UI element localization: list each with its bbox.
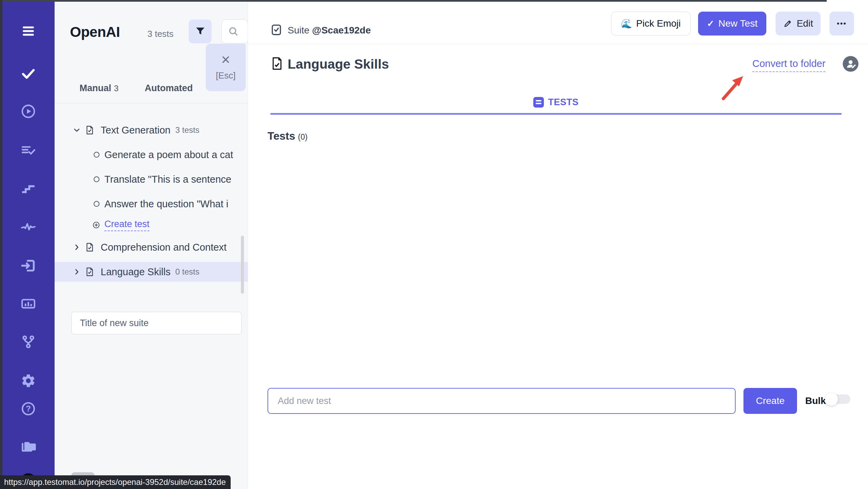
suite-header: Suite @Scae192de 🌊 Pick Emoji ✓ New Test… xyxy=(248,0,868,44)
ellipsis-icon: ••• xyxy=(837,19,847,28)
suite-doc-check-icon xyxy=(270,56,284,71)
window-frame-top xyxy=(0,0,827,2)
steps-icon xyxy=(20,181,36,197)
suite-doc-icon xyxy=(85,125,95,136)
wave-emoji-icon: 🌊 xyxy=(621,18,632,29)
plus-circle-icon xyxy=(92,221,100,229)
tab-manual[interactable]: Manual3 xyxy=(79,83,118,94)
create-test-link[interactable]: Create test xyxy=(104,219,149,231)
close-icon[interactable]: ✕ xyxy=(221,54,231,66)
chevron-down-icon[interactable] xyxy=(72,126,81,135)
add-new-test-input[interactable] xyxy=(267,388,736,414)
suite-checkbox-icon xyxy=(270,23,283,36)
test-title: Generate a poem about a cat xyxy=(104,149,233,160)
page-title: Language Skills xyxy=(288,57,389,72)
test-status-icon xyxy=(93,151,100,158)
convert-to-folder-link[interactable]: Convert to folder xyxy=(752,58,825,72)
check-icon: ✓ xyxy=(707,18,714,29)
sidebar-item-milestones[interactable] xyxy=(20,181,37,197)
suite-label: Text Generation xyxy=(101,125,171,136)
suite-doc-icon xyxy=(85,266,95,277)
play-circle-icon xyxy=(20,103,36,119)
search-icon xyxy=(228,26,239,37)
help-icon: ? xyxy=(20,401,36,417)
test-explorer-panel: OpenAI 3 tests ✕ [Esc] Manual3 Automated… xyxy=(55,0,248,489)
sidebar-item-settings[interactable] xyxy=(20,373,37,389)
explorer-scrollbar[interactable] xyxy=(241,236,244,294)
close-search-popup: ✕ [Esc] xyxy=(206,44,246,91)
menu-icon xyxy=(20,23,36,39)
pulse-icon xyxy=(20,219,36,235)
gear-icon xyxy=(20,373,36,389)
suite-label: Comprehension and Context xyxy=(101,242,227,253)
svg-text:?: ? xyxy=(26,404,31,413)
test-row[interactable]: Generate a poem about a cat xyxy=(55,145,248,165)
folder-icon xyxy=(20,439,36,455)
suite-count: 3 tests xyxy=(175,125,200,135)
bulk-toggle-knob[interactable] xyxy=(825,393,838,406)
chevron-right-icon[interactable] xyxy=(72,243,81,252)
more-actions-button[interactable]: ••• xyxy=(829,12,854,36)
test-status-icon xyxy=(93,176,100,183)
suite-badge: @Scae192de xyxy=(312,25,371,36)
project-tests-count: 3 tests xyxy=(147,29,174,39)
tests-section-heading: Tests(0) xyxy=(267,130,307,142)
app-sidebar: ? xyxy=(0,0,55,489)
suite-doc-icon xyxy=(85,242,95,253)
new-test-button[interactable]: ✓ New Test xyxy=(698,12,766,36)
suite-row-text-generation[interactable]: Text Generation 3 tests xyxy=(55,120,248,140)
tests-card-icon xyxy=(533,97,544,108)
menu-button[interactable] xyxy=(20,23,37,39)
import-icon xyxy=(20,258,36,274)
esc-hint: [Esc] xyxy=(216,70,236,81)
test-row[interactable]: Translate "This is a sentence xyxy=(55,169,248,189)
suite-row-language-skills[interactable]: Language Skills 0 tests xyxy=(55,262,248,282)
suite-type-label: Suite xyxy=(288,25,309,36)
sidebar-item-reports[interactable] xyxy=(20,295,37,312)
person-check-icon xyxy=(843,56,858,72)
sidebar-item-branches[interactable] xyxy=(20,334,37,350)
sidebar-item-run-lists[interactable] xyxy=(20,142,37,158)
suite-label: Language Skills xyxy=(101,266,171,278)
edit-button[interactable]: Edit xyxy=(776,12,821,36)
create-button[interactable]: Create xyxy=(743,388,797,414)
test-row[interactable]: Answer the question "What i xyxy=(55,194,248,214)
test-title: Answer the question "What i xyxy=(104,198,228,210)
filter-funnel-icon xyxy=(194,26,206,37)
test-title: Translate "This is a sentence xyxy=(104,174,231,185)
git-branch-icon xyxy=(20,334,36,350)
suite-count: 0 tests xyxy=(175,267,200,277)
tab-active-underline xyxy=(270,113,842,115)
sidebar-item-runs[interactable] xyxy=(20,103,37,120)
chevron-right-icon[interactable] xyxy=(72,267,81,276)
sidebar-item-projects[interactable] xyxy=(20,438,37,455)
bulk-label: Bulk xyxy=(805,395,826,406)
create-test-row[interactable]: Create test xyxy=(55,216,248,234)
status-url-tooltip: https://app.testomat.io/projects/openai-… xyxy=(0,475,231,489)
suite-row-comprehension[interactable]: Comprehension and Context xyxy=(55,237,248,257)
new-suite-title-input[interactable] xyxy=(71,312,242,334)
filter-button[interactable] xyxy=(189,19,212,43)
search-input[interactable] xyxy=(239,26,246,37)
suite-detail-panel: Suite @Scae192de 🌊 Pick Emoji ✓ New Test… xyxy=(248,0,868,489)
pencil-icon xyxy=(783,19,793,28)
tests-count: (0) xyxy=(298,132,307,141)
sidebar-item-pulse[interactable] xyxy=(20,219,37,235)
tab-tests[interactable]: TESTS xyxy=(270,95,842,109)
pick-emoji-button[interactable]: 🌊 Pick Emoji xyxy=(611,12,691,36)
test-status-icon xyxy=(93,200,100,208)
project-title: OpenAI xyxy=(70,24,120,40)
manual-count: 3 xyxy=(114,84,118,93)
check-icon xyxy=(20,66,36,81)
list-check-icon xyxy=(20,142,36,158)
sidebar-item-help[interactable]: ? xyxy=(20,401,37,417)
search-box[interactable] xyxy=(221,19,248,43)
tab-automated[interactable]: Automated xyxy=(145,83,193,94)
sidebar-item-tests[interactable] xyxy=(20,65,37,82)
sidebar-item-import[interactable] xyxy=(20,257,37,274)
bar-chart-icon xyxy=(20,296,36,311)
window-frame-left xyxy=(0,0,2,489)
